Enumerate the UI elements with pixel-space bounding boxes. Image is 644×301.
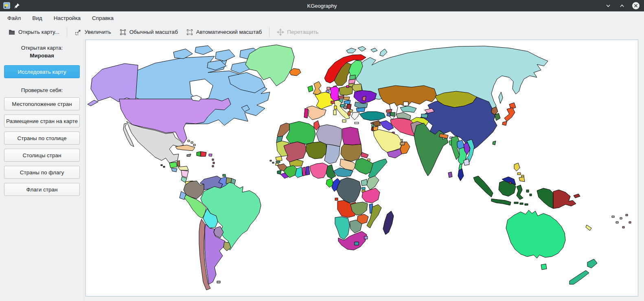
quiz-by-flag-button[interactable]: Страны по флагу — [4, 166, 80, 179]
region-sakhalin[interactable] — [499, 92, 503, 103]
region-new-britain[interactable] — [574, 194, 580, 198]
quiz-place-button[interactable]: Размещение стран на карте — [4, 114, 80, 127]
region-franz-josef[interactable] — [358, 46, 377, 52]
region-philippines-mindanao[interactable] — [519, 177, 525, 182]
region-trinidad[interactable] — [223, 174, 226, 176]
region-sierra-leone[interactable] — [277, 170, 281, 174]
region-azerbaijan[interactable] — [390, 112, 395, 116]
region-benin[interactable] — [306, 166, 310, 175]
region-svalbard[interactable] — [346, 48, 356, 53]
quiz-by-capital-button[interactable]: Страны по столице — [4, 132, 80, 145]
region-swaziland[interactable] — [364, 236, 368, 239]
region-novaya-zemlya[interactable] — [380, 49, 387, 56]
region-pacific-islands[interactable] — [622, 214, 631, 228]
region-mozambique[interactable] — [367, 204, 381, 228]
region-puerto-rico[interactable] — [209, 154, 212, 156]
region-bosnia[interactable] — [344, 106, 347, 109]
region-uae[interactable] — [400, 142, 405, 145]
region-sumatra[interactable] — [473, 176, 493, 197]
region-dominican-republic[interactable] — [201, 152, 206, 156]
region-bahamas[interactable] — [188, 140, 195, 146]
region-niger[interactable] — [306, 142, 327, 159]
map-view[interactable] — [85, 40, 638, 297]
quiz-location-button[interactable]: Местоположение стран — [4, 97, 80, 110]
menu-help[interactable]: Справка — [86, 11, 119, 25]
region-nigeria[interactable] — [310, 163, 328, 178]
region-madagascar[interactable] — [383, 211, 394, 235]
region-taiwan[interactable] — [493, 141, 496, 145]
region-egypt[interactable] — [342, 127, 361, 145]
region-estonia[interactable] — [350, 75, 355, 80]
region-uzbekistan[interactable] — [400, 106, 416, 112]
region-namibia[interactable] — [335, 217, 350, 239]
region-lesser-sunda[interactable] — [514, 202, 528, 205]
titlebar[interactable]: KGeography — [0, 0, 644, 11]
region-australia[interactable] — [506, 210, 565, 258]
region-moluccas[interactable] — [526, 190, 532, 196]
region-west-papua[interactable] — [537, 188, 553, 209]
region-tajikistan[interactable] — [421, 114, 428, 118]
region-chad[interactable] — [324, 144, 340, 164]
region-corsica[interactable] — [334, 106, 337, 109]
region-canada-island-1[interactable] — [173, 49, 193, 59]
region-japan-kyushu[interactable] — [502, 121, 507, 125]
region-turkey[interactable] — [359, 112, 386, 121]
region-philippines-luzon[interactable] — [514, 163, 520, 171]
region-gambia[interactable] — [276, 161, 280, 163]
region-israel[interactable] — [371, 127, 373, 131]
region-new-caledonia[interactable] — [586, 225, 591, 231]
region-dr-congo[interactable] — [337, 178, 361, 203]
region-serbia[interactable] — [347, 104, 351, 109]
region-qatar[interactable] — [401, 139, 403, 142]
region-south-korea[interactable] — [495, 113, 500, 121]
region-slovakia[interactable] — [344, 97, 350, 100]
region-jamaica[interactable] — [187, 154, 191, 156]
region-rwanda[interactable] — [362, 187, 365, 189]
region-nicaragua[interactable] — [181, 170, 188, 178]
region-malaysia[interactable] — [458, 169, 464, 181]
region-eritrea[interactable] — [361, 152, 368, 158]
shade-button[interactable] — [604, 2, 612, 10]
region-philippines-visayas[interactable] — [517, 173, 524, 177]
menu-settings[interactable]: Настройка — [48, 11, 86, 25]
region-saudi-arabia[interactable] — [373, 130, 403, 152]
region-portugal[interactable] — [304, 108, 308, 118]
region-tasmania[interactable] — [541, 264, 547, 270]
region-brunei[interactable] — [509, 182, 511, 184]
region-czechia[interactable] — [338, 95, 344, 99]
region-sulawesi[interactable] — [517, 185, 523, 200]
region-united-kingdom[interactable] — [313, 81, 321, 94]
region-poland[interactable] — [339, 86, 353, 95]
region-haiti[interactable] — [197, 152, 201, 156]
region-guatemala[interactable] — [169, 162, 177, 168]
region-el-salvador[interactable] — [171, 168, 177, 172]
original-scale-button[interactable]: Обычный масштаб — [115, 26, 182, 38]
region-ireland[interactable] — [308, 86, 313, 92]
explore-map-button[interactable]: Исследовать карту — [4, 65, 80, 78]
quiz-flags-button[interactable]: Флаги стран — [4, 183, 80, 196]
region-senegal[interactable] — [276, 156, 282, 160]
region-japan-honshu[interactable] — [504, 108, 515, 121]
region-canada-island-2[interactable] — [195, 46, 213, 55]
region-macedonia[interactable] — [349, 109, 353, 112]
region-sri-lanka[interactable] — [448, 172, 452, 178]
region-bulgaria[interactable] — [356, 108, 365, 112]
auto-scale-button[interactable]: Автоматический масштаб — [182, 26, 266, 38]
region-sicily[interactable] — [342, 120, 346, 122]
region-hungary[interactable] — [344, 100, 350, 104]
region-crete[interactable] — [355, 122, 359, 124]
region-canada-island-3[interactable] — [215, 50, 235, 61]
region-java[interactable] — [491, 199, 511, 205]
region-galapagos[interactable] — [161, 165, 165, 167]
region-somalia[interactable] — [368, 159, 387, 180]
region-algeria[interactable] — [286, 121, 315, 144]
region-alaska[interactable] — [91, 64, 138, 102]
open-map-button[interactable]: Открыть карту... — [4, 26, 64, 38]
region-sudan[interactable] — [341, 144, 362, 161]
region-greece[interactable] — [351, 112, 359, 120]
quiz-capitals-button[interactable]: Столицы стран — [4, 149, 80, 162]
region-armenia[interactable] — [387, 113, 390, 116]
menu-file[interactable]: Файл — [2, 11, 26, 25]
region-albania[interactable] — [348, 112, 350, 116]
close-button[interactable] — [632, 2, 640, 10]
